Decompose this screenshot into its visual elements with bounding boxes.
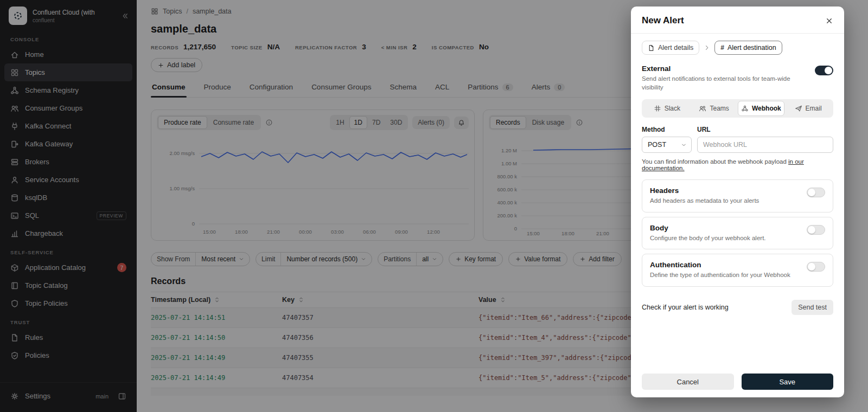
document-icon (648, 44, 655, 52)
webhook-docs-note: You can find information about the webho… (642, 158, 833, 171)
screen: Confluent Cloud (with ... confluent CONS… (0, 0, 868, 412)
cancel-button[interactable]: Cancel (642, 374, 734, 390)
new-alert-modal: New Alert Alert details # Alert destinat… (631, 7, 844, 397)
teams-icon (699, 105, 706, 112)
headers-toggle[interactable] (807, 188, 825, 197)
webhook-icon (741, 105, 749, 112)
alert-steps: Alert details # Alert destination (631, 34, 844, 56)
method-label: Method (642, 126, 692, 133)
method-url-row: Method POST URL (642, 126, 833, 153)
url-label: URL (697, 126, 833, 133)
body-toggle[interactable] (807, 225, 825, 235)
method-select[interactable]: POST (642, 137, 692, 153)
close-icon[interactable] (825, 17, 833, 25)
send-test-button[interactable]: Send test (792, 300, 833, 315)
external-toggle[interactable] (815, 66, 833, 75)
destination-webhook-button[interactable]: Webhook (738, 101, 785, 116)
external-section: External Send alert notifications to ext… (631, 56, 844, 92)
slack-icon (654, 105, 661, 112)
destination-email-button[interactable]: Email (784, 101, 832, 116)
chevron-down-icon (681, 142, 687, 148)
destination-teams-button[interactable]: Teams (691, 101, 738, 116)
destination-slack-button[interactable]: Slack (643, 101, 691, 116)
external-title: External (642, 65, 808, 73)
test-alert-text: Check if your alert is working (642, 304, 729, 311)
chevron-right-icon (704, 44, 710, 51)
email-icon (795, 105, 802, 112)
external-description: Send alert notifications to external too… (642, 75, 808, 92)
authentication-toggle[interactable] (807, 262, 825, 272)
test-alert-row: Check if your alert is working Send test (642, 300, 833, 315)
modal-title: New Alert (642, 15, 684, 26)
webhook-url-input[interactable] (697, 137, 833, 153)
modal-footer: Cancel Save (642, 374, 833, 390)
step-alert-details[interactable]: Alert details (642, 41, 699, 55)
headers-card: Headers Add headers as metadata to your … (642, 179, 833, 213)
step-alert-destination[interactable]: # Alert destination (714, 41, 782, 55)
save-button[interactable]: Save (742, 374, 834, 390)
destination-selector: Slack Teams Webhook Email (642, 99, 833, 118)
hash-icon: # (720, 44, 724, 52)
authentication-card: Authentication Define the type of authen… (642, 254, 833, 287)
body-card: Body Configure the body of your webhook … (642, 217, 833, 250)
